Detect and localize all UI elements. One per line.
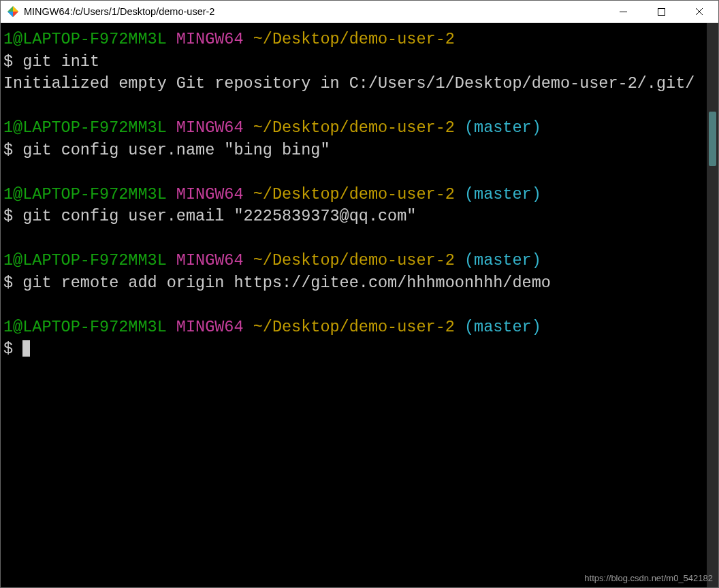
terminal-area: 1@LAPTOP-F972MM3L MINGW64 ~/Desktop/demo… [1,23,718,587]
terminal[interactable]: 1@LAPTOP-F972MM3L MINGW64 ~/Desktop/demo… [1,23,707,587]
window-title: MINGW64:/c/Users/1/Desktop/demo-user-2 [24,6,604,17]
window-controls [604,1,718,22]
blank-line [3,294,705,316]
svg-line-6 [696,8,703,15]
scroll-thumb[interactable] [709,112,716,166]
output-line: Initialized empty Git repository in C:/U… [3,73,705,95]
svg-marker-1 [13,6,18,12]
command-line: $ git init [3,51,705,74]
command-line: $ git remote add origin https://gitee.co… [3,272,705,295]
prompt-line: 1@LAPTOP-F972MM3L MINGW64 ~/Desktop/demo… [3,250,705,272]
blank-line [3,228,705,250]
prompt-line: 1@LAPTOP-F972MM3L MINGW64 ~/Desktop/demo… [3,29,705,51]
scrollbar[interactable] [707,23,718,587]
prompt-line: 1@LAPTOP-F972MM3L MINGW64 ~/Desktop/demo… [3,184,705,206]
cursor [22,340,30,357]
watermark: https://blog.csdn.net/m0_542182 [584,573,713,583]
minimize-button[interactable] [604,1,642,22]
app-icon [7,6,18,17]
blank-line [3,95,705,118]
svg-marker-2 [13,12,18,17]
titlebar[interactable]: MINGW64:/c/Users/1/Desktop/demo-user-2 [1,1,718,23]
app-window: MINGW64:/c/Users/1/Desktop/demo-user-2 1… [0,0,719,588]
svg-rect-5 [658,8,665,15]
command-line: $ git config user.name "bing bing" [3,140,705,162]
maximize-button[interactable] [642,1,680,22]
prompt-line: 1@LAPTOP-F972MM3L MINGW64 ~/Desktop/demo… [3,117,705,140]
command-line: $ [3,338,705,361]
close-button[interactable] [680,1,718,22]
blank-line [3,161,705,184]
prompt-line: 1@LAPTOP-F972MM3L MINGW64 ~/Desktop/demo… [3,316,705,339]
command-line: $ git config user.email "2225839373@qq.c… [3,206,705,228]
svg-line-7 [696,8,703,15]
svg-marker-3 [7,12,13,17]
